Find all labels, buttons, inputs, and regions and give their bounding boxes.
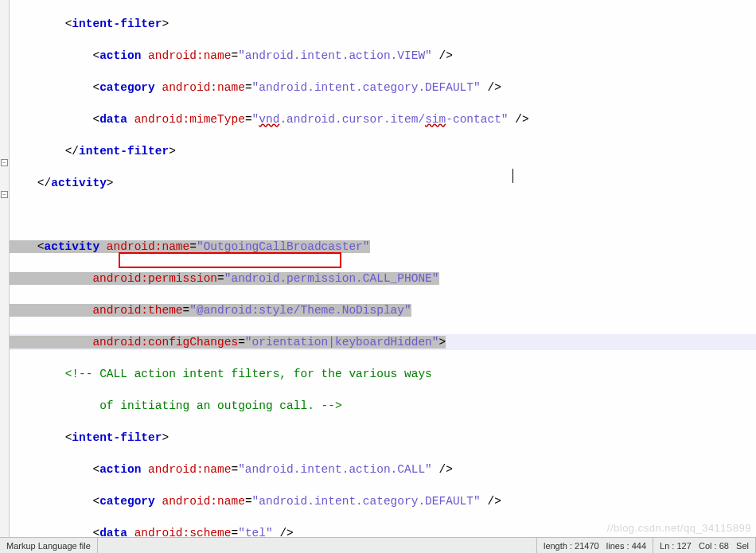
- code-line[interactable]: <!-- CALL action intent filters, for the…: [10, 366, 756, 382]
- code-line[interactable]: android:configChanges="orientation|keybo…: [10, 334, 756, 350]
- code-line[interactable]: <category android:name="android.intent.c…: [10, 493, 756, 509]
- text-cursor-icon: [512, 169, 513, 183]
- code-line[interactable]: </activity>: [10, 175, 756, 191]
- code-line[interactable]: of initiating an outgoing call. -->: [10, 398, 756, 414]
- code-line[interactable]: <intent-filter>: [10, 430, 756, 446]
- status-length: length : 21470 lines : 444: [537, 538, 653, 553]
- fold-toggle[interactable]: −: [1, 191, 8, 198]
- code-line[interactable]: <intent-filter>: [10, 16, 756, 32]
- code-line[interactable]: </intent-filter>: [10, 143, 756, 159]
- code-line[interactable]: <data android:scheme="tel" />: [10, 525, 756, 537]
- code-editor[interactable]: <intent-filter> <action android:name="an…: [10, 0, 756, 537]
- code-line[interactable]: <category android:name="android.intent.c…: [10, 80, 756, 95]
- code-line[interactable]: [10, 207, 756, 223]
- code-line[interactable]: android:permission="android.permission.C…: [10, 271, 756, 286]
- fold-toggle[interactable]: −: [1, 159, 8, 166]
- code-line[interactable]: <activity android:name="OutgoingCallBroa…: [10, 239, 756, 255]
- status-filetype: Markup Language file: [0, 538, 98, 553]
- status-position: Ln : 127 Col : 68 Sel: [653, 538, 756, 553]
- code-line[interactable]: android:theme="@android:style/Theme.NoDi…: [10, 302, 756, 318]
- code-line[interactable]: <action android:name="android.intent.act…: [10, 461, 756, 477]
- status-bar: Markup Language file length : 21470 line…: [0, 537, 756, 553]
- code-line[interactable]: <data android:mimeType="vnd.android.curs…: [10, 111, 756, 127]
- fold-gutter: − −: [0, 0, 10, 537]
- code-line[interactable]: <action android:name="android.intent.act…: [10, 48, 756, 64]
